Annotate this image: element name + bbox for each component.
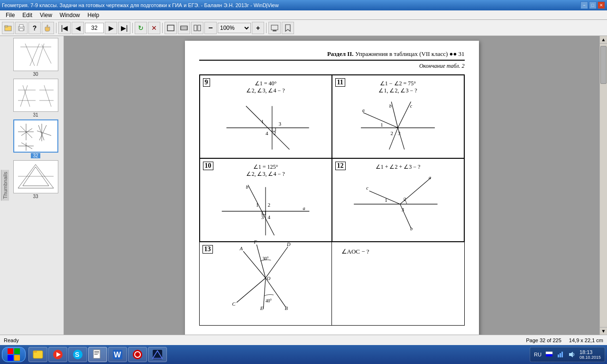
svg-rect-110 bbox=[94, 353, 99, 353]
thumbnail-page-33[interactable]: 33 bbox=[13, 160, 58, 199]
toolbar-stop-button[interactable]: ✕ bbox=[148, 22, 160, 34]
toolbar-sep3 bbox=[162, 23, 163, 33]
start-button[interactable] bbox=[2, 347, 26, 362]
thumbnail-num-30: 30 bbox=[33, 72, 38, 77]
toolbar-first-page-button[interactable]: |◀ bbox=[58, 22, 71, 34]
menu-help[interactable]: Help bbox=[84, 11, 103, 19]
exercise-11-num: 11 bbox=[335, 78, 345, 87]
svg-text:2: 2 bbox=[274, 130, 276, 136]
zoom-select[interactable]: 100% 75% 125% 150% bbox=[218, 23, 251, 33]
exercise-10-cell: 10 ∠1 = 125°∠2, ∠3, ∠4 − ? a bbox=[200, 158, 332, 242]
titlebar: Геометрия. 7-9 классы. Задачи на готовых… bbox=[0, 0, 607, 10]
exercise-13-cell: 13 A F D bbox=[200, 242, 332, 325]
menu-file[interactable]: File bbox=[2, 11, 18, 19]
exercise-12-formula: ∠1 + ∠2 + ∠3 − ? bbox=[336, 164, 460, 171]
svg-text:1: 1 bbox=[261, 118, 264, 124]
page-info: Page 32 of 225 bbox=[526, 337, 561, 343]
svg-text:2: 2 bbox=[404, 196, 406, 202]
exercise-13-formula: ∠AOC − ? bbox=[332, 242, 464, 325]
thumbnail-image-30 bbox=[13, 38, 58, 71]
svg-rect-5 bbox=[167, 25, 174, 31]
exercise-10-formula: ∠1 = 125°∠2, ∠3, ∠4 − ? bbox=[204, 164, 328, 178]
toolbar-last-page-button[interactable]: ▶| bbox=[118, 22, 130, 34]
thumbnail-page-31[interactable]: 31 bbox=[13, 79, 58, 118]
svg-rect-101 bbox=[14, 355, 20, 361]
toolbar-next-page-button[interactable]: ▶ bbox=[105, 22, 117, 34]
maximize-button[interactable]: □ bbox=[589, 1, 597, 9]
svg-rect-8 bbox=[194, 25, 197, 31]
thumbnail-page-30[interactable]: 30 bbox=[13, 38, 58, 77]
svg-marker-12 bbox=[285, 25, 290, 31]
taskbar-skype-button[interactable]: S bbox=[68, 347, 87, 362]
taskbar-word-button[interactable]: W bbox=[108, 347, 127, 362]
scrollbar-thumb[interactable] bbox=[600, 46, 607, 84]
toolbar-fit-page-button[interactable] bbox=[165, 22, 177, 34]
taskbar-media-button[interactable] bbox=[48, 347, 67, 362]
svg-rect-103 bbox=[33, 351, 37, 353]
menu-view[interactable]: View bbox=[36, 11, 56, 19]
toolbar-refresh-button[interactable]: ↻ bbox=[135, 22, 147, 34]
thumbnail-num-33: 33 bbox=[33, 194, 38, 199]
statusbar: Ready Page 32 of 225 14,9 x 22,1 cm bbox=[0, 335, 607, 345]
page-subheader: Окончание табл. 2 bbox=[199, 63, 465, 70]
close-button[interactable]: ✕ bbox=[598, 1, 605, 9]
svg-rect-119 bbox=[546, 354, 552, 356]
svg-text:2: 2 bbox=[390, 130, 393, 136]
svg-rect-27 bbox=[16, 121, 56, 151]
taskbar-explorer-button[interactable] bbox=[28, 347, 47, 362]
toolbar-open-button[interactable] bbox=[2, 22, 14, 34]
toolbar-bookmark-button[interactable] bbox=[282, 22, 294, 34]
svg-text:1: 1 bbox=[380, 122, 383, 127]
svg-text:3: 3 bbox=[398, 130, 401, 136]
svg-rect-123 bbox=[561, 352, 563, 357]
exercise-12-num: 12 bbox=[335, 162, 346, 170]
exercise-10-num: 10 bbox=[203, 162, 213, 170]
svg-rect-111 bbox=[94, 354, 98, 355]
document-area[interactable]: Раздел II. Упражнения в таблицах (VII кл… bbox=[64, 36, 599, 335]
toolbar-fit-width-button[interactable] bbox=[178, 22, 190, 34]
svg-text:a: a bbox=[429, 175, 431, 180]
document-scrollbar[interactable]: ▲ ▼ bbox=[599, 36, 607, 335]
svg-rect-122 bbox=[560, 353, 561, 357]
toolbar-zoom-out-button[interactable]: − bbox=[204, 22, 217, 34]
svg-text:30°: 30° bbox=[262, 256, 268, 261]
svg-line-66 bbox=[248, 185, 274, 235]
taskbar-opera-button[interactable] bbox=[128, 347, 147, 362]
svg-marker-124 bbox=[569, 352, 573, 357]
svg-line-52 bbox=[391, 102, 398, 128]
toolbar-zoom-in-button[interactable]: + bbox=[252, 22, 264, 34]
thumbnail-page-32[interactable]: 32 bbox=[13, 119, 58, 158]
toolbar-print-button[interactable] bbox=[15, 22, 28, 34]
scrollbar-down-button[interactable]: ▼ bbox=[600, 327, 607, 335]
menu-window[interactable]: Window bbox=[56, 11, 84, 19]
page-number-input[interactable]: 32 bbox=[85, 23, 104, 33]
taskbar-affinity-button[interactable] bbox=[148, 347, 167, 362]
taskbar-windjview-button[interactable] bbox=[88, 347, 107, 362]
svg-rect-121 bbox=[558, 355, 559, 357]
status-text: Ready bbox=[4, 337, 19, 343]
svg-text:O: O bbox=[267, 276, 270, 281]
toolbar-sep4 bbox=[266, 23, 267, 33]
toolbar-settings-button[interactable] bbox=[268, 22, 281, 34]
toolbar-help-button[interactable]: ? bbox=[28, 22, 41, 34]
svg-rect-19 bbox=[16, 81, 56, 110]
svg-line-53 bbox=[398, 102, 411, 128]
svg-text:c: c bbox=[410, 103, 413, 109]
svg-text:c: c bbox=[366, 185, 368, 191]
svg-line-91 bbox=[263, 278, 266, 309]
toolbar-hand-button[interactable] bbox=[42, 22, 54, 34]
page-header: Раздел II. Упражнения в таблицах (VII кл… bbox=[199, 50, 465, 61]
svg-text:2: 2 bbox=[268, 202, 271, 208]
thumbnail-num-31: 31 bbox=[33, 112, 38, 118]
toolbar-prev-page-button[interactable]: ◀ bbox=[72, 22, 84, 34]
exercise-11-cell: 11 ∠1 − ∠2 = 75°∠1, ∠2, ∠3 − ? bbox=[332, 75, 464, 158]
date-display: 08.10.2015 bbox=[579, 355, 601, 360]
menu-edit[interactable]: Edit bbox=[18, 11, 36, 19]
exercise-13-row: 13 A F D bbox=[199, 242, 465, 326]
exercise-10-diagram: a b 1 2 3 4 bbox=[204, 181, 328, 237]
menubar: File Edit View Window Help bbox=[0, 10, 607, 20]
svg-text:4: 4 bbox=[268, 214, 271, 220]
scrollbar-up-button[interactable]: ▲ bbox=[600, 36, 607, 44]
toolbar-columns-button[interactable] bbox=[191, 22, 203, 34]
minimize-button[interactable]: − bbox=[580, 1, 588, 9]
